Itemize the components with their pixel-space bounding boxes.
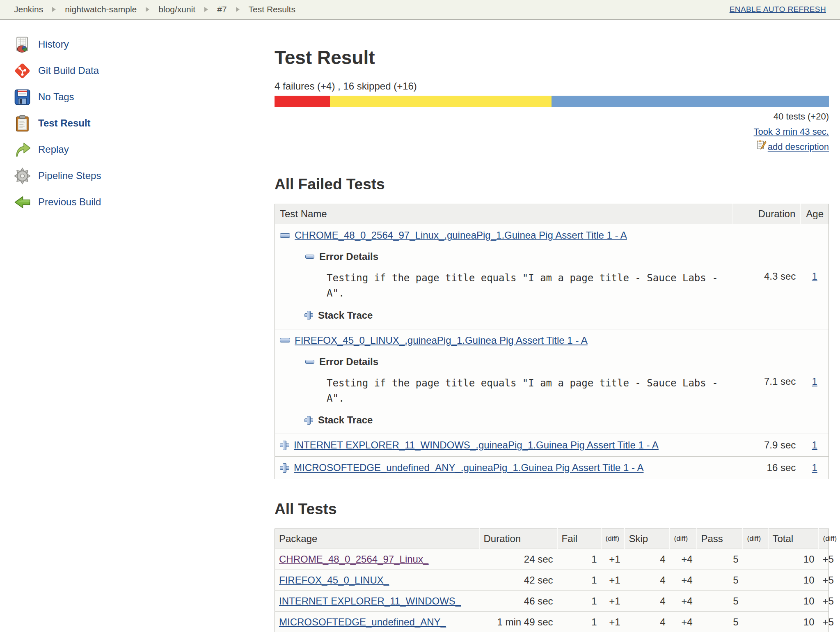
fail-count: 1 [557, 570, 601, 591]
fail-diff: +1 [601, 612, 625, 632]
column-header-duration[interactable]: Duration [733, 204, 801, 224]
breadcrumb-item-job[interactable]: nightwatch-sample [65, 5, 137, 14]
column-header-skip-diff[interactable]: (diff) [670, 529, 697, 549]
package-row: FIREFOX_45_0_LINUX_ 42 sec 1 +1 4 +4 5 1… [275, 570, 829, 591]
collapse-icon[interactable] [280, 338, 290, 342]
sidebar-item-test-result[interactable]: Test Result [14, 114, 275, 132]
breadcrumb-item-branch[interactable]: blog/xunit [158, 5, 195, 14]
took-duration-link[interactable]: Took 3 min 43 sec. [754, 126, 829, 137]
package-row: CHROME_48_0_2564_97_Linux_ 24 sec 1 +1 4… [275, 549, 829, 570]
package-row: INTERNET EXPLORER_11_WINDOWS_ 46 sec 1 +… [275, 591, 829, 612]
sidebar-item-label: Test Result [38, 117, 91, 129]
sidebar-item-label: Replay [38, 144, 69, 155]
skip-count: 4 [625, 612, 670, 632]
column-header-age[interactable]: Age [801, 204, 829, 224]
sidebar-item-label: Git Build Data [38, 65, 99, 76]
sidebar-item-pipeline-steps[interactable]: Pipeline Steps [14, 167, 275, 185]
total-count: 10 [768, 570, 819, 591]
sidebar-item-history[interactable]: History [14, 35, 275, 53]
column-header-pass[interactable]: Pass [697, 529, 743, 549]
package-link[interactable]: FIREFOX_45_0_LINUX_ [279, 575, 389, 586]
sidebar-item-replay[interactable]: Replay [14, 140, 275, 159]
history-icon [14, 36, 31, 53]
git-icon [14, 62, 31, 80]
bar-skipped-segment [330, 96, 552, 107]
breadcrumb-item-build[interactable]: #7 [217, 5, 227, 14]
total-diff: +5 [819, 570, 829, 591]
failed-test-link[interactable]: FIREFOX_45_0_LINUX_.guineaPig_1.Guinea P… [295, 335, 588, 346]
total-count: 10 [768, 549, 819, 570]
sidebar-item-no-tags[interactable]: No Tags [14, 88, 275, 106]
total-count: 10 [768, 591, 819, 612]
breadcrumb-item-jenkins[interactable]: Jenkins [14, 5, 43, 14]
collapse-icon[interactable] [305, 360, 314, 364]
package-link[interactable]: MICROSOFTEDGE_undefined_ANY_ [279, 616, 446, 627]
enable-auto-refresh-link[interactable]: ENABLE AUTO REFRESH [730, 5, 826, 14]
package-duration: 46 sec [479, 591, 557, 612]
sidebar-item-previous-build[interactable]: Previous Build [14, 193, 275, 211]
column-header-fail[interactable]: Fail [557, 529, 601, 549]
error-details-label: Error Details [319, 356, 378, 368]
test-result-bar [275, 96, 829, 107]
column-header-package[interactable]: Package [275, 529, 479, 549]
failed-test-link[interactable]: INTERNET EXPLORER_11_WINDOWS_.guineaPig_… [294, 439, 659, 451]
sidebar-item-git-build-data[interactable]: Git Build Data [14, 62, 275, 80]
test-age-link[interactable]: 1 [812, 439, 817, 450]
column-header-total[interactable]: Total [768, 529, 819, 549]
breadcrumb-bar: Jenkins nightwatch-sample blog/xunit #7 … [0, 0, 840, 20]
sidebar-item-label: Pipeline Steps [38, 170, 101, 182]
failed-tests-table: Test Name Duration Age CHROME_48_0_2564_… [275, 204, 829, 479]
sidebar-item-label: No Tags [38, 91, 74, 103]
collapse-icon[interactable] [305, 255, 314, 259]
stack-trace-label: Stack Trace [318, 310, 373, 321]
previous-build-icon [14, 193, 31, 211]
build-summary: 40 tests (+20) Took 3 min 43 sec. add de… [275, 109, 829, 154]
pass-count: 5 [697, 591, 743, 612]
tests-count: 40 tests (+20) [275, 109, 829, 124]
skip-diff: +4 [670, 591, 697, 612]
test-age-link[interactable]: 1 [812, 376, 817, 387]
breadcrumb-item-test-results[interactable]: Test Results [249, 5, 295, 14]
add-description-link[interactable]: add description [768, 139, 829, 154]
failures-summary: 4 failures (+4) , 16 skipped (+16) [275, 80, 829, 92]
expand-icon[interactable] [280, 441, 289, 450]
expand-icon[interactable] [304, 416, 313, 425]
package-link[interactable]: CHROME_48_0_2564_97_Linux_ [279, 554, 428, 565]
test-age-link[interactable]: 1 [812, 271, 817, 282]
total-diff: +5 [819, 549, 829, 570]
failed-test-link[interactable]: CHROME_48_0_2564_97_Linux_.guineaPig_1.G… [295, 230, 627, 241]
failed-tests-heading: All Failed Tests [275, 176, 829, 193]
pass-diff [743, 612, 768, 632]
column-header-test-name[interactable]: Test Name [275, 204, 733, 224]
failed-test-link[interactable]: MICROSOFTEDGE_undefined_ANY_.guineaPig_1… [294, 462, 643, 473]
error-details-label: Error Details [319, 251, 378, 262]
total-diff: +5 [819, 612, 829, 632]
fail-count: 1 [557, 549, 601, 570]
error-text: Testing if the page title equals "I am a… [327, 271, 728, 301]
replay-icon [14, 141, 31, 159]
column-header-pass-diff[interactable]: (diff) [743, 529, 768, 549]
pass-count: 5 [697, 612, 743, 632]
package-duration: 1 min 49 sec [479, 612, 557, 632]
gear-icon [14, 167, 31, 185]
chevron-right-icon [52, 7, 56, 12]
expand-icon[interactable] [304, 311, 313, 319]
column-header-skip[interactable]: Skip [625, 529, 670, 549]
package-link[interactable]: INTERNET EXPLORER_11_WINDOWS_ [279, 595, 461, 607]
test-duration: 16 sec [733, 457, 801, 479]
test-age-link[interactable]: 1 [812, 462, 817, 473]
total-count: 10 [768, 612, 819, 632]
column-header-total-diff[interactable]: (diff) [819, 529, 829, 549]
collapse-icon[interactable] [280, 233, 290, 238]
breadcrumb: Jenkins nightwatch-sample blog/xunit #7 … [14, 5, 295, 14]
expand-icon[interactable] [280, 463, 289, 473]
column-header-fail-diff[interactable]: (diff) [601, 529, 625, 549]
stack-trace-label: Stack Trace [318, 414, 373, 426]
test-duration: 4.3 sec [733, 224, 801, 329]
failed-test-row: INTERNET EXPLORER_11_WINDOWS_.guineaPig_… [275, 434, 829, 457]
pass-count: 5 [697, 549, 743, 570]
bar-failed-segment [275, 96, 330, 107]
column-header-duration[interactable]: Duration [479, 529, 557, 549]
failed-test-row: MICROSOFTEDGE_undefined_ANY_.guineaPig_1… [275, 457, 829, 479]
skip-diff: +4 [670, 549, 697, 570]
